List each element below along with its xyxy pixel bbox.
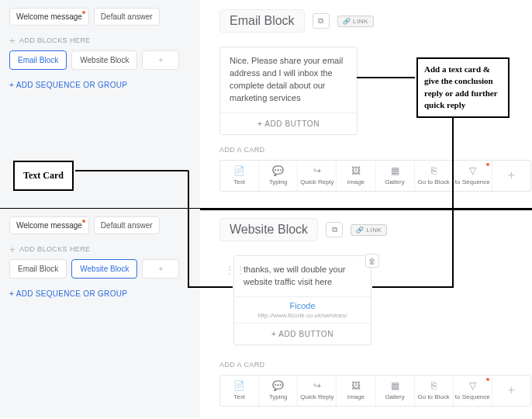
add-button-action[interactable]: ADD BUTTON (234, 324, 371, 345)
add-card-strip: 📄Text 💬Typing ↪Quick Reply 🖼Image ▦Galle… (219, 375, 531, 407)
add-sequence-link[interactable]: ADD SEQUENCE OR GROUP (9, 81, 191, 89)
strip-typing[interactable]: 💬Typing (259, 376, 298, 406)
typing-icon: 💬 (272, 381, 284, 390)
strip-to-sequence[interactable]: ▽to Sequence (454, 376, 492, 406)
text-icon: 📄 (233, 166, 245, 175)
strip-image[interactable]: 🖼Image (337, 161, 375, 191)
goto-block-icon: ⎘ (431, 166, 437, 175)
text-card-content[interactable]: thanks, we will double your website traf… (234, 256, 371, 297)
gallery-icon: ▦ (391, 381, 399, 390)
welcome-message-chip[interactable]: Welcome message (9, 8, 89, 26)
card-link-url: http://www.ficode.co.uk/services/ (234, 312, 371, 319)
goto-block-icon: ⎘ (431, 381, 437, 390)
strip-add[interactable]: + (492, 376, 530, 406)
strip-typing[interactable]: 💬Typing (259, 161, 298, 191)
add-a-card-label: ADD A CARD (219, 361, 532, 369)
page-title: Website Block (219, 218, 318, 241)
annotation-text-card: Text Card (13, 161, 74, 191)
delete-card-icon[interactable]: 🗑 (365, 254, 379, 268)
strip-text[interactable]: 📄Text (220, 376, 259, 406)
strip-goto-block[interactable]: ⎘Go to Block (415, 376, 454, 406)
drag-handle-icon[interactable]: ⋮⋮ (224, 265, 246, 275)
strip-gallery[interactable]: ▦Gallery (376, 161, 415, 191)
email-block-btn[interactable]: Email Block (9, 259, 67, 279)
quick-reply-icon: ↪ (313, 381, 321, 390)
website-block-btn[interactable]: Website Block (71, 259, 137, 279)
typing-icon: 💬 (272, 166, 284, 175)
default-answer-chip[interactable]: Default answer (94, 216, 160, 234)
add-card-strip: 📄Text 💬Typing ↪Quick Reply 🖼Image ▦Galle… (219, 160, 531, 192)
copy-icon[interactable]: ⧉ (326, 222, 343, 237)
to-sequence-icon: ▽ (469, 166, 476, 175)
welcome-message-chip[interactable]: Welcome message (9, 216, 89, 234)
default-answer-chip[interactable]: Default answer (94, 8, 160, 26)
text-card[interactable]: Nice. Please share your email address an… (219, 47, 358, 135)
plus-icon: + (508, 169, 515, 182)
strip-gallery[interactable]: ▦Gallery (376, 376, 415, 406)
gallery-icon: ▦ (391, 166, 399, 175)
strip-quick-reply[interactable]: ↪Quick Reply (298, 376, 337, 406)
card-link-name[interactable]: Ficode (289, 301, 315, 310)
email-block-btn[interactable]: Email Block (9, 50, 67, 70)
link-button[interactable]: LINK (337, 16, 374, 27)
strip-quick-reply[interactable]: ↪Quick Reply (298, 161, 337, 191)
add-block-btn[interactable]: + (142, 50, 179, 70)
add-button-action[interactable]: ADD BUTTON (220, 113, 357, 134)
copy-icon[interactable]: ⧉ (313, 13, 330, 29)
strip-text[interactable]: 📄Text (220, 161, 259, 191)
add-a-card-label: ADD A CARD (219, 146, 532, 154)
add-sequence-link[interactable]: ADD SEQUENCE OR GROUP (9, 289, 191, 298)
text-card-content[interactable]: Nice. Please share your email address an… (220, 47, 357, 113)
text-card[interactable]: thanks, we will double your website traf… (233, 255, 371, 345)
add-blocks-here-label: +ADD BLOCKS HERE (9, 245, 191, 253)
website-block-btn[interactable]: Website Block (71, 50, 137, 70)
text-icon: 📄 (233, 381, 245, 390)
strip-add[interactable]: + (492, 161, 530, 191)
card-link-row[interactable]: Ficode http://www.ficode.co.uk/services/ (234, 297, 371, 324)
to-sequence-icon: ▽ (469, 381, 476, 390)
link-button[interactable]: LINK (351, 224, 387, 236)
strip-goto-block[interactable]: ⎘Go to Block (415, 161, 454, 191)
add-block-btn[interactable]: + (142, 259, 179, 279)
annotation-instruction: Add a text card & give the conclusion re… (416, 57, 510, 118)
strip-to-sequence[interactable]: ▽to Sequence (454, 161, 492, 191)
plus-icon: + (508, 384, 515, 396)
page-title: Email Block (219, 9, 305, 33)
image-icon: 🖼 (351, 381, 361, 390)
add-blocks-here-label: +ADD BLOCKS HERE (9, 36, 191, 44)
quick-reply-icon: ↪ (313, 166, 321, 175)
image-icon: 🖼 (351, 166, 361, 175)
strip-image[interactable]: 🖼Image (337, 376, 375, 406)
